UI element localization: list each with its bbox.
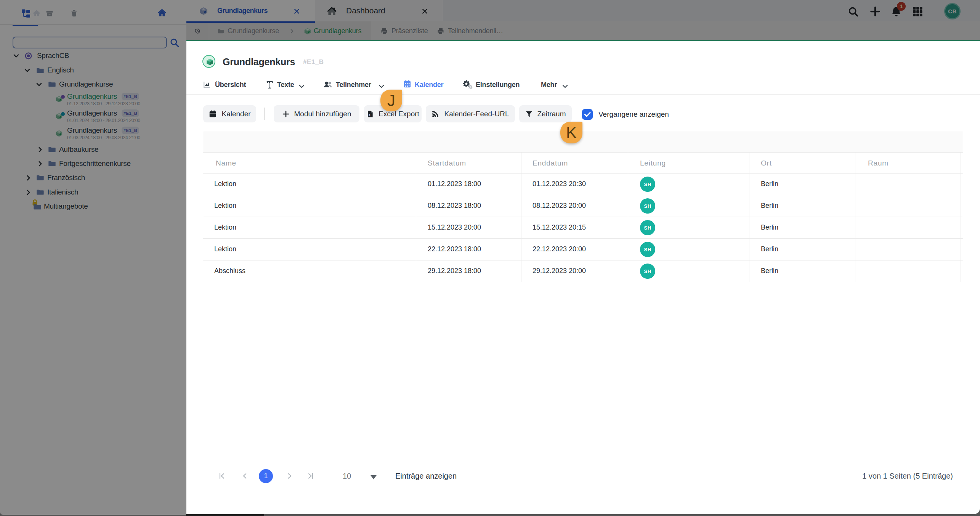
svg-text:x: x xyxy=(369,113,371,117)
